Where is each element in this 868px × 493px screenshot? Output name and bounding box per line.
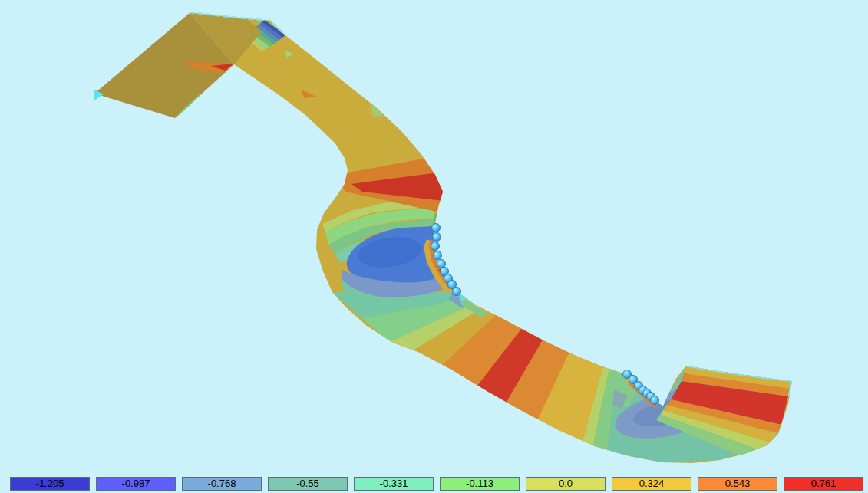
node-marker[interactable] <box>432 224 441 232</box>
node-marker[interactable] <box>434 251 442 260</box>
node-marker[interactable] <box>431 242 440 251</box>
node-marker[interactable] <box>433 233 441 242</box>
node-marker[interactable] <box>453 288 461 296</box>
node-marker[interactable] <box>651 396 659 405</box>
model-viewport-canvas[interactable] <box>0 0 868 493</box>
model-viewport[interactable]: -1.205-0.987-0.768-0.55-0.331-0.1130.00.… <box>0 0 868 493</box>
node-marker[interactable] <box>437 260 446 268</box>
